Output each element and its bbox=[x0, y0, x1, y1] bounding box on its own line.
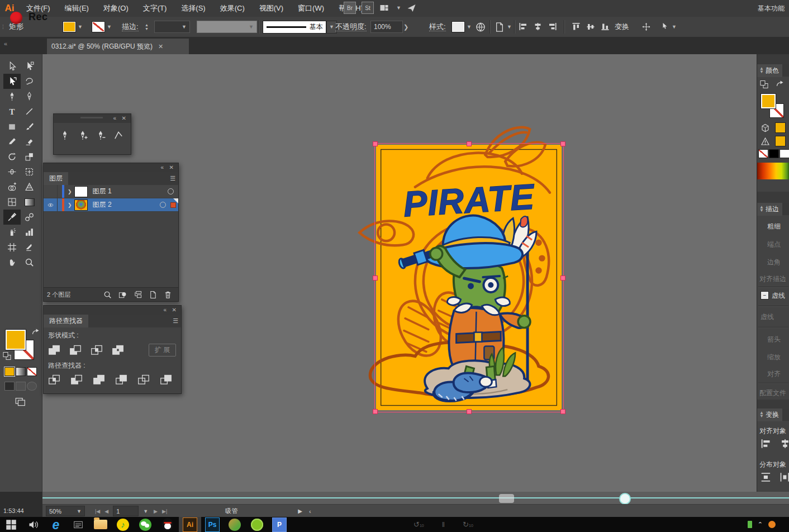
lasso-tool[interactable] bbox=[21, 74, 38, 89]
prev-artboard-icon[interactable]: ◀ bbox=[104, 509, 108, 514]
out-of-gamut-warning-icon[interactable] bbox=[761, 137, 770, 146]
arrange-documents-icon[interactable] bbox=[379, 3, 389, 12]
swap-fill-stroke-icon[interactable] bbox=[775, 80, 785, 89]
layer-name[interactable]: 图层 1 bbox=[93, 187, 168, 196]
select-similar-icon[interactable] bbox=[660, 22, 670, 31]
divide-icon[interactable] bbox=[48, 374, 63, 386]
taskbar-game-icon[interactable] bbox=[224, 517, 246, 532]
align-left-icon[interactable] bbox=[761, 439, 772, 449]
paintbrush-tool[interactable] bbox=[21, 119, 38, 134]
stroke-weight-label[interactable]: 描边: bbox=[122, 22, 139, 31]
color-mode-fill-button[interactable] bbox=[4, 367, 15, 376]
add-anchor-tool[interactable] bbox=[76, 129, 89, 142]
curvature-tool[interactable] bbox=[21, 89, 38, 104]
recorder-controls[interactable]: ↺10 ‖ ↻10 bbox=[413, 520, 473, 529]
none-swatch[interactable] bbox=[758, 149, 768, 158]
stroke-color-swatch[interactable] bbox=[92, 21, 105, 32]
layer-row-2[interactable]: ❯图层 2 bbox=[44, 198, 178, 212]
document-info-globe-icon[interactable] bbox=[475, 22, 486, 32]
panel-menu-icon[interactable]: ☰ bbox=[173, 317, 178, 325]
layers-tab[interactable]: 图层 bbox=[44, 172, 68, 185]
rewind-10-icon[interactable]: ↺10 bbox=[413, 520, 424, 529]
merge-icon[interactable] bbox=[93, 374, 107, 386]
unite-icon[interactable] bbox=[48, 344, 63, 357]
layer-thumbnail[interactable] bbox=[74, 200, 88, 211]
new-sublayer-icon[interactable] bbox=[133, 291, 142, 299]
document-setup-icon[interactable] bbox=[494, 22, 505, 32]
type-tool[interactable]: T bbox=[3, 104, 21, 119]
taskbar-green-app-icon[interactable] bbox=[246, 517, 268, 532]
tray-chevron-up-icon[interactable]: ⌃ bbox=[758, 521, 763, 528]
transform-panel-tab[interactable]: ▲▼变换 bbox=[757, 408, 782, 421]
delete-layer-icon[interactable] bbox=[163, 291, 173, 299]
stroke-weight-stepper[interactable]: ▲▼ bbox=[145, 17, 149, 37]
brush-definition-select[interactable]: 基本 bbox=[263, 21, 326, 34]
distribute-v-icon[interactable] bbox=[761, 472, 772, 483]
next-artboard-icon[interactable]: ▶ bbox=[154, 509, 158, 514]
collapse-panel-icon[interactable]: « bbox=[113, 115, 116, 122]
align-v-center-icon[interactable] bbox=[586, 22, 596, 31]
graph-tool[interactable] bbox=[21, 225, 38, 240]
tray-orange-icon[interactable] bbox=[768, 521, 776, 528]
panel-menu-icon[interactable]: ☰ bbox=[170, 175, 175, 182]
taskbar-qq-music-icon[interactable]: ♪ bbox=[112, 517, 134, 532]
trim-icon[interactable] bbox=[70, 374, 85, 386]
layer-row-1[interactable]: ❯图层 1 bbox=[44, 185, 178, 198]
fill-chevron-icon[interactable]: ▼ bbox=[78, 24, 83, 30]
style-chevron-icon[interactable]: ▼ bbox=[467, 24, 472, 30]
direct-selection-tool[interactable] bbox=[21, 59, 38, 74]
taskbar-start-icon[interactable] bbox=[0, 517, 22, 532]
free-transform-tool[interactable] bbox=[21, 164, 38, 179]
stroke-panel-tab[interactable]: ▲▼描边 bbox=[757, 203, 782, 216]
width-tool[interactable] bbox=[3, 164, 21, 179]
shaper-tool[interactable] bbox=[21, 134, 38, 149]
opacity-panel-arrow-icon[interactable]: ❯ bbox=[403, 17, 408, 37]
transform-icon[interactable] bbox=[641, 22, 651, 31]
align-left-icon[interactable] bbox=[519, 22, 528, 31]
style-swatch[interactable] bbox=[451, 21, 465, 32]
taskbar-photoshop-icon[interactable]: Ps bbox=[201, 517, 224, 532]
draw-behind-mode-button[interactable] bbox=[16, 382, 26, 391]
color-panel-tab[interactable]: ▲▼颜色 bbox=[757, 64, 782, 77]
share-icon[interactable] bbox=[407, 3, 416, 12]
forward-10-icon[interactable]: ↻10 bbox=[463, 520, 473, 529]
pen-tool[interactable] bbox=[58, 129, 72, 142]
opacity-label[interactable]: 不透明度: bbox=[335, 22, 367, 31]
align-bottom-icon[interactable] bbox=[601, 22, 610, 31]
fill-color-indicator[interactable] bbox=[5, 329, 26, 350]
black-swatch[interactable] bbox=[769, 149, 779, 158]
align-h-center-icon[interactable] bbox=[780, 439, 789, 449]
taskbar-p-app-icon[interactable]: P bbox=[268, 517, 291, 532]
menu-item-3[interactable]: 文字(T) bbox=[136, 0, 174, 17]
collapse-panel-icon[interactable]: « bbox=[163, 307, 167, 314]
minus-back-icon[interactable] bbox=[160, 374, 174, 386]
anchor-point-tool[interactable] bbox=[112, 129, 125, 142]
artboard-number-field[interactable]: 1 bbox=[113, 506, 139, 516]
close-panel-icon[interactable]: ✕ bbox=[122, 115, 126, 122]
zoom-tool[interactable] bbox=[21, 255, 38, 270]
width-profile-select[interactable]: ▼ bbox=[197, 21, 257, 33]
layer-expand-icon[interactable]: ❯ bbox=[68, 202, 72, 208]
color-mode-none-button[interactable] bbox=[27, 367, 37, 376]
artboard-tool[interactable] bbox=[3, 240, 21, 255]
menu-item-6[interactable]: 视图(V) bbox=[252, 0, 291, 17]
exclude-icon[interactable] bbox=[112, 344, 126, 357]
locate-object-icon[interactable] bbox=[103, 291, 112, 299]
fill-color-indicator[interactable] bbox=[761, 93, 776, 109]
taskbar-wechat-icon[interactable] bbox=[134, 517, 156, 532]
rectangle-tool[interactable] bbox=[3, 119, 21, 134]
swap-fill-stroke-icon[interactable] bbox=[31, 328, 40, 337]
default-fill-stroke-icon[interactable] bbox=[2, 352, 12, 360]
opacity-value[interactable]: 100% bbox=[370, 21, 403, 33]
stroke-weight-select[interactable]: ▼ bbox=[154, 21, 190, 33]
pathfinder-tab[interactable]: 路径查找器 bbox=[44, 315, 88, 327]
collapse-panel-icon[interactable]: « bbox=[4, 40, 7, 47]
align-right-icon[interactable] bbox=[548, 22, 557, 31]
document-tab[interactable]: 0312.ai* @ 50% (RGB/GPU 预览) ✕ bbox=[47, 39, 189, 54]
menu-item-2[interactable]: 对象(O) bbox=[96, 0, 136, 17]
selection-tool[interactable] bbox=[3, 59, 21, 74]
line-tool[interactable] bbox=[21, 104, 38, 119]
screen-mode-icon[interactable] bbox=[15, 396, 26, 407]
scrub-handle[interactable] bbox=[619, 493, 631, 505]
bridge-icon[interactable]: Br bbox=[344, 2, 356, 14]
